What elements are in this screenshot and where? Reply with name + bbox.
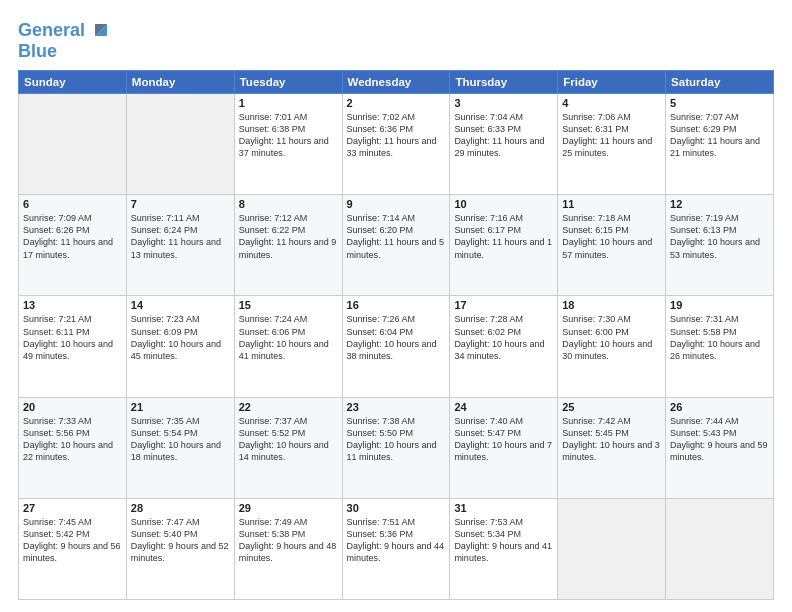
calendar-header-thursday: Thursday	[450, 71, 558, 94]
header: General Blue	[18, 18, 774, 60]
calendar-cell: 10Sunrise: 7:16 AMSunset: 6:17 PMDayligh…	[450, 195, 558, 296]
calendar-cell: 2Sunrise: 7:02 AMSunset: 6:36 PMDaylight…	[342, 94, 450, 195]
cell-content: Sunrise: 7:51 AMSunset: 5:36 PMDaylight:…	[347, 516, 446, 565]
day-number: 29	[239, 502, 338, 514]
day-number: 23	[347, 401, 446, 413]
day-number: 28	[131, 502, 230, 514]
calendar-cell: 28Sunrise: 7:47 AMSunset: 5:40 PMDayligh…	[126, 498, 234, 599]
calendar-cell: 20Sunrise: 7:33 AMSunset: 5:56 PMDayligh…	[19, 397, 127, 498]
calendar-cell: 6Sunrise: 7:09 AMSunset: 6:26 PMDaylight…	[19, 195, 127, 296]
cell-content: Sunrise: 7:53 AMSunset: 5:34 PMDaylight:…	[454, 516, 553, 565]
cell-content: Sunrise: 7:30 AMSunset: 6:00 PMDaylight:…	[562, 313, 661, 362]
day-number: 4	[562, 97, 661, 109]
calendar-header-friday: Friday	[558, 71, 666, 94]
cell-content: Sunrise: 7:18 AMSunset: 6:15 PMDaylight:…	[562, 212, 661, 261]
calendar-cell: 17Sunrise: 7:28 AMSunset: 6:02 PMDayligh…	[450, 296, 558, 397]
day-number: 25	[562, 401, 661, 413]
calendar-cell: 11Sunrise: 7:18 AMSunset: 6:15 PMDayligh…	[558, 195, 666, 296]
cell-content: Sunrise: 7:31 AMSunset: 5:58 PMDaylight:…	[670, 313, 769, 362]
cell-content: Sunrise: 7:11 AMSunset: 6:24 PMDaylight:…	[131, 212, 230, 261]
cell-content: Sunrise: 7:24 AMSunset: 6:06 PMDaylight:…	[239, 313, 338, 362]
calendar-cell: 14Sunrise: 7:23 AMSunset: 6:09 PMDayligh…	[126, 296, 234, 397]
cell-content: Sunrise: 7:42 AMSunset: 5:45 PMDaylight:…	[562, 415, 661, 464]
calendar-cell: 18Sunrise: 7:30 AMSunset: 6:00 PMDayligh…	[558, 296, 666, 397]
cell-content: Sunrise: 7:06 AMSunset: 6:31 PMDaylight:…	[562, 111, 661, 160]
day-number: 19	[670, 299, 769, 311]
day-number: 9	[347, 198, 446, 210]
calendar-cell: 9Sunrise: 7:14 AMSunset: 6:20 PMDaylight…	[342, 195, 450, 296]
cell-content: Sunrise: 7:21 AMSunset: 6:11 PMDaylight:…	[23, 313, 122, 362]
calendar-cell: 13Sunrise: 7:21 AMSunset: 6:11 PMDayligh…	[19, 296, 127, 397]
day-number: 24	[454, 401, 553, 413]
calendar-cell	[558, 498, 666, 599]
logo: General Blue	[18, 18, 113, 60]
day-number: 8	[239, 198, 338, 210]
calendar-table: SundayMondayTuesdayWednesdayThursdayFrid…	[18, 70, 774, 600]
calendar-cell: 31Sunrise: 7:53 AMSunset: 5:34 PMDayligh…	[450, 498, 558, 599]
cell-content: Sunrise: 7:01 AMSunset: 6:38 PMDaylight:…	[239, 111, 338, 160]
calendar-cell: 26Sunrise: 7:44 AMSunset: 5:43 PMDayligh…	[666, 397, 774, 498]
calendar-cell: 22Sunrise: 7:37 AMSunset: 5:52 PMDayligh…	[234, 397, 342, 498]
calendar-header-sunday: Sunday	[19, 71, 127, 94]
calendar-header-saturday: Saturday	[666, 71, 774, 94]
cell-content: Sunrise: 7:40 AMSunset: 5:47 PMDaylight:…	[454, 415, 553, 464]
calendar-cell: 29Sunrise: 7:49 AMSunset: 5:38 PMDayligh…	[234, 498, 342, 599]
cell-content: Sunrise: 7:14 AMSunset: 6:20 PMDaylight:…	[347, 212, 446, 261]
logo-icon	[87, 18, 113, 44]
calendar-cell: 30Sunrise: 7:51 AMSunset: 5:36 PMDayligh…	[342, 498, 450, 599]
day-number: 14	[131, 299, 230, 311]
calendar-week-4: 20Sunrise: 7:33 AMSunset: 5:56 PMDayligh…	[19, 397, 774, 498]
day-number: 3	[454, 97, 553, 109]
calendar-header-wednesday: Wednesday	[342, 71, 450, 94]
calendar-cell	[666, 498, 774, 599]
day-number: 21	[131, 401, 230, 413]
day-number: 7	[131, 198, 230, 210]
logo-text: General	[18, 21, 85, 39]
cell-content: Sunrise: 7:12 AMSunset: 6:22 PMDaylight:…	[239, 212, 338, 261]
cell-content: Sunrise: 7:07 AMSunset: 6:29 PMDaylight:…	[670, 111, 769, 160]
calendar-header-monday: Monday	[126, 71, 234, 94]
day-number: 27	[23, 502, 122, 514]
day-number: 22	[239, 401, 338, 413]
cell-content: Sunrise: 7:47 AMSunset: 5:40 PMDaylight:…	[131, 516, 230, 565]
calendar-cell: 1Sunrise: 7:01 AMSunset: 6:38 PMDaylight…	[234, 94, 342, 195]
cell-content: Sunrise: 7:28 AMSunset: 6:02 PMDaylight:…	[454, 313, 553, 362]
day-number: 26	[670, 401, 769, 413]
day-number: 5	[670, 97, 769, 109]
cell-content: Sunrise: 7:26 AMSunset: 6:04 PMDaylight:…	[347, 313, 446, 362]
cell-content: Sunrise: 7:38 AMSunset: 5:50 PMDaylight:…	[347, 415, 446, 464]
calendar-cell: 15Sunrise: 7:24 AMSunset: 6:06 PMDayligh…	[234, 296, 342, 397]
cell-content: Sunrise: 7:16 AMSunset: 6:17 PMDaylight:…	[454, 212, 553, 261]
calendar-cell	[126, 94, 234, 195]
calendar-header-row: SundayMondayTuesdayWednesdayThursdayFrid…	[19, 71, 774, 94]
page: General Blue SundayMondayTuesdayWednesda…	[0, 0, 792, 612]
calendar-header-tuesday: Tuesday	[234, 71, 342, 94]
calendar-cell: 8Sunrise: 7:12 AMSunset: 6:22 PMDaylight…	[234, 195, 342, 296]
day-number: 20	[23, 401, 122, 413]
logo-blue: Blue	[18, 42, 57, 60]
cell-content: Sunrise: 7:19 AMSunset: 6:13 PMDaylight:…	[670, 212, 769, 261]
cell-content: Sunrise: 7:44 AMSunset: 5:43 PMDaylight:…	[670, 415, 769, 464]
day-number: 15	[239, 299, 338, 311]
day-number: 2	[347, 97, 446, 109]
cell-content: Sunrise: 7:35 AMSunset: 5:54 PMDaylight:…	[131, 415, 230, 464]
day-number: 30	[347, 502, 446, 514]
day-number: 18	[562, 299, 661, 311]
calendar-cell	[19, 94, 127, 195]
calendar-week-5: 27Sunrise: 7:45 AMSunset: 5:42 PMDayligh…	[19, 498, 774, 599]
day-number: 12	[670, 198, 769, 210]
calendar-cell: 5Sunrise: 7:07 AMSunset: 6:29 PMDaylight…	[666, 94, 774, 195]
cell-content: Sunrise: 7:49 AMSunset: 5:38 PMDaylight:…	[239, 516, 338, 565]
day-number: 11	[562, 198, 661, 210]
calendar-cell: 19Sunrise: 7:31 AMSunset: 5:58 PMDayligh…	[666, 296, 774, 397]
cell-content: Sunrise: 7:09 AMSunset: 6:26 PMDaylight:…	[23, 212, 122, 261]
cell-content: Sunrise: 7:37 AMSunset: 5:52 PMDaylight:…	[239, 415, 338, 464]
calendar-cell: 24Sunrise: 7:40 AMSunset: 5:47 PMDayligh…	[450, 397, 558, 498]
day-number: 16	[347, 299, 446, 311]
day-number: 1	[239, 97, 338, 109]
cell-content: Sunrise: 7:02 AMSunset: 6:36 PMDaylight:…	[347, 111, 446, 160]
day-number: 13	[23, 299, 122, 311]
calendar-cell: 16Sunrise: 7:26 AMSunset: 6:04 PMDayligh…	[342, 296, 450, 397]
calendar-cell: 23Sunrise: 7:38 AMSunset: 5:50 PMDayligh…	[342, 397, 450, 498]
calendar-cell: 3Sunrise: 7:04 AMSunset: 6:33 PMDaylight…	[450, 94, 558, 195]
